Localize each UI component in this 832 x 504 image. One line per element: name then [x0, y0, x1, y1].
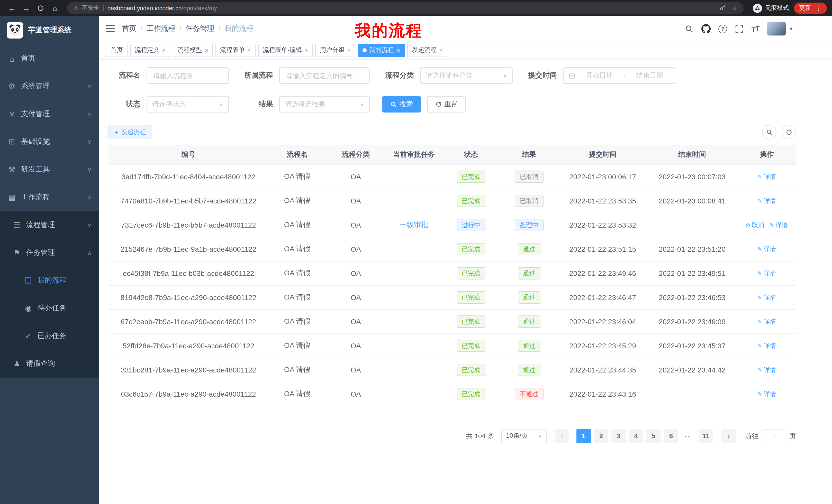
breadcrumb-item[interactable]: 任务管理	[186, 24, 214, 33]
tab-home[interactable]: 首页	[106, 44, 128, 57]
page-number-button[interactable]: 1	[576, 429, 591, 443]
close-icon[interactable]: ×	[205, 47, 208, 53]
tab-process-model[interactable]: 流程模型×	[173, 44, 213, 57]
detail-link[interactable]: ✎详情	[757, 341, 776, 350]
browser-menu-icon[interactable]: ⋮	[815, 4, 822, 12]
sidebar-item-todo-tasks[interactable]: ◉待办任务	[0, 295, 99, 322]
sidebar-item-done-tasks[interactable]: ✓已办任务	[0, 322, 99, 350]
sidebar-item-system-mgmt[interactable]: ⚙系统管理∨	[0, 73, 99, 100]
sidebar-item-label: 基础设施	[21, 137, 50, 146]
sidebar-item-leave-query[interactable]: ♟请假查询	[0, 350, 99, 377]
update-button[interactable]: 更新 ⋮	[794, 2, 827, 13]
browser-home-button[interactable]: ⌂	[48, 1, 62, 15]
cell-name: OA 请假	[268, 237, 326, 261]
result-select[interactable]: 请选择流结果 ∨	[279, 96, 370, 113]
sidebar-item-label: 我的流程	[37, 276, 66, 285]
browser-chrome: ← → ⌂ ⚠ 不安全 dashboard.yudao.iocoder.cn/b…	[0, 0, 832, 16]
toggle-search-button[interactable]	[762, 125, 777, 139]
cancel-link[interactable]: ⊘取消	[746, 221, 764, 229]
cell-current-task	[386, 285, 442, 309]
goto-page-input[interactable]	[762, 429, 785, 443]
tab-my-process[interactable]: 我的流程×	[358, 44, 405, 57]
page-ellipsis[interactable]: ···	[681, 429, 696, 443]
bookmark-star-icon[interactable]: ☆	[732, 4, 737, 11]
page-number-button[interactable]: 2	[594, 429, 608, 443]
close-icon[interactable]: ×	[247, 47, 251, 53]
close-icon[interactable]: ×	[439, 47, 443, 53]
sidebar-item-my-process[interactable]: ❏我的流程	[0, 267, 99, 295]
tab-process-form-edit[interactable]: 流程表单-编辑×	[258, 44, 313, 57]
close-icon[interactable]: ×	[347, 47, 351, 53]
sidebar-item-task-mgmt[interactable]: ⚑任务管理∧	[0, 239, 99, 267]
detail-link[interactable]: ✎详情	[757, 293, 776, 302]
refresh-icon	[436, 101, 442, 107]
detail-link[interactable]: ✎详情	[757, 269, 776, 278]
user-menu[interactable]: ▼	[767, 22, 794, 36]
page-size-select[interactable]: 10条/页 ∨	[501, 429, 547, 443]
workflow-icon: ▤	[7, 193, 17, 202]
sidebar-item-infrastructure[interactable]: ⊞基础设施∨	[0, 128, 99, 156]
cell-end-time: 2022-01-22 23:46:53	[647, 285, 737, 309]
cell-id: 819442e8-7b9a-11ec-a290-acde48001122	[108, 285, 268, 309]
sidebar-item-workflow[interactable]: ▤工作流程∧	[0, 184, 99, 211]
detail-link[interactable]: ✎详情	[769, 221, 788, 229]
detail-link[interactable]: ✎详情	[757, 390, 776, 398]
password-key-icon[interactable]	[719, 5, 726, 11]
breadcrumb-item[interactable]: 工作流程	[147, 24, 175, 33]
page-number-button[interactable]: 6	[664, 429, 678, 443]
address-bar[interactable]: ⚠ 不安全 dashboard.yudao.iocoder.cn/bpm/tas…	[67, 2, 744, 14]
page-number-button[interactable]: 11	[699, 429, 713, 443]
browser-reload-button[interactable]	[34, 1, 47, 15]
tab-user-group[interactable]: 用户分组×	[315, 44, 355, 57]
search-icon[interactable]	[685, 24, 694, 33]
sidebar-item-dev-tools[interactable]: ⚒研发工具∨	[0, 156, 99, 184]
sidebar-item-home[interactable]: ⌂首页	[0, 45, 99, 73]
help-icon[interactable]: ?	[719, 24, 727, 33]
detail-link[interactable]: ✎详情	[757, 172, 776, 181]
detail-link[interactable]: ✎详情	[757, 197, 776, 205]
browser-back-button[interactable]: ←	[5, 1, 19, 15]
next-page-button[interactable]: ›	[722, 429, 736, 443]
current-task-link[interactable]: 一级审批	[399, 220, 428, 228]
status-select[interactable]: 请选择状态 ∨	[147, 96, 229, 113]
search-button[interactable]: 搜索	[382, 96, 421, 113]
refresh-table-button[interactable]	[782, 125, 796, 139]
cell-id: 3ad174fb-7b9d-11ec-8404-acde48001122	[108, 164, 268, 189]
create-process-button[interactable]: + 发起流程	[108, 125, 152, 139]
detail-link[interactable]: ✎详情	[757, 366, 776, 374]
logo[interactable]: 芋道管理系统	[0, 16, 99, 45]
filter-row-1: 流程名 所属流程 流程分类 请选择流程分类 ∨	[108, 67, 796, 84]
detail-link[interactable]: ✎详情	[757, 245, 776, 254]
browser-forward-button[interactable]: →	[20, 1, 33, 15]
github-icon[interactable]	[702, 24, 711, 33]
tab-process-form[interactable]: 流程表单×	[215, 44, 256, 57]
category-select[interactable]: 请选择流程分类 ∨	[420, 67, 513, 84]
prev-page-button[interactable]: ‹	[555, 429, 569, 443]
tab-label: 用户分组	[320, 46, 344, 54]
detail-icon: ✎	[757, 367, 762, 373]
font-size-icon[interactable]: TT	[752, 24, 759, 33]
close-icon[interactable]: ×	[162, 47, 165, 53]
hamburger-icon[interactable]	[106, 25, 115, 32]
cell-actions: ✎详情	[737, 164, 796, 189]
page-number-button[interactable]: 3	[612, 429, 626, 443]
date-end-placeholder: 结束日期	[629, 71, 671, 80]
detail-link[interactable]: ✎详情	[757, 317, 776, 326]
close-icon[interactable]: ×	[396, 47, 400, 53]
page-number-button[interactable]: 5	[646, 429, 661, 443]
tab-start-process[interactable]: 发起流程×	[407, 44, 447, 57]
cell-actions: ✎详情	[737, 261, 796, 285]
incognito-badge: 无痕模式	[749, 3, 793, 12]
sidebar-item-process-mgmt[interactable]: ☰流程管理∨	[0, 211, 99, 239]
breadcrumb-item[interactable]: 首页	[122, 24, 136, 33]
process-definition-input[interactable]	[279, 67, 370, 84]
table-row: 2152467e-7b9b-11ec-9a1b-acde48001122OA 请…	[108, 237, 796, 261]
reset-button[interactable]: 重置	[427, 96, 466, 113]
page-number-button[interactable]: 4	[629, 429, 643, 443]
tab-process-definition[interactable]: 流程定义×	[130, 44, 170, 57]
fullscreen-icon[interactable]	[735, 24, 744, 33]
process-name-input[interactable]	[147, 67, 229, 84]
sidebar-item-payment-mgmt[interactable]: ¥支付管理∨	[0, 100, 99, 128]
submit-time-range-picker[interactable]: 开始日期 - 结束日期	[563, 67, 676, 84]
close-icon[interactable]: ×	[305, 47, 308, 53]
